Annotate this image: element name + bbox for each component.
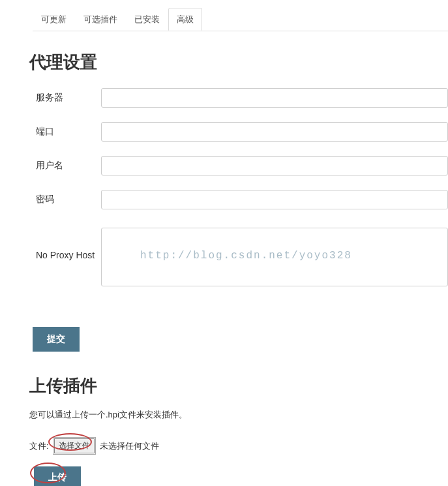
username-row: 用户名 xyxy=(36,156,448,175)
file-row: 文件: 选择文件 未选择任何文件 xyxy=(29,437,448,455)
port-input[interactable] xyxy=(101,122,448,142)
port-label: 端口 xyxy=(36,126,101,138)
tab-advanced[interactable]: 高级 xyxy=(168,8,202,31)
noproxy-input[interactable] xyxy=(101,228,448,286)
tab-updatable[interactable]: 可更新 xyxy=(33,8,75,31)
noproxy-row: No Proxy Host http://blog.csdn.net/yoyo3… xyxy=(36,228,448,286)
server-input[interactable] xyxy=(101,88,448,108)
tab-available[interactable]: 可选插件 xyxy=(75,8,126,31)
username-label: 用户名 xyxy=(36,160,101,172)
server-label: 服务器 xyxy=(36,92,101,104)
submit-button[interactable]: 提交 xyxy=(33,327,80,352)
noproxy-label: No Proxy Host xyxy=(36,228,101,260)
choose-file-button[interactable]: 选择文件 xyxy=(54,438,95,453)
file-label: 文件: xyxy=(29,440,49,452)
username-input[interactable] xyxy=(101,156,448,175)
file-status-text: 未选择任何文件 xyxy=(100,440,159,452)
password-label: 密码 xyxy=(36,194,101,205)
upload-description: 您可以通过上传一个.hpi文件来安装插件。 xyxy=(29,409,448,421)
file-chooser[interactable]: 选择文件 xyxy=(53,437,96,455)
tab-installed[interactable]: 已安装 xyxy=(126,8,168,31)
port-row: 端口 xyxy=(36,122,448,142)
tab-bar: 可更新 可选插件 已安装 高级 xyxy=(33,8,448,31)
proxy-settings-title: 代理设置 xyxy=(29,51,448,74)
server-row: 服务器 xyxy=(36,88,448,108)
password-row: 密码 xyxy=(36,190,448,209)
password-input[interactable] xyxy=(101,190,448,209)
upload-plugin-title: 上传插件 xyxy=(29,374,448,397)
upload-button[interactable]: 上传 xyxy=(34,466,81,486)
